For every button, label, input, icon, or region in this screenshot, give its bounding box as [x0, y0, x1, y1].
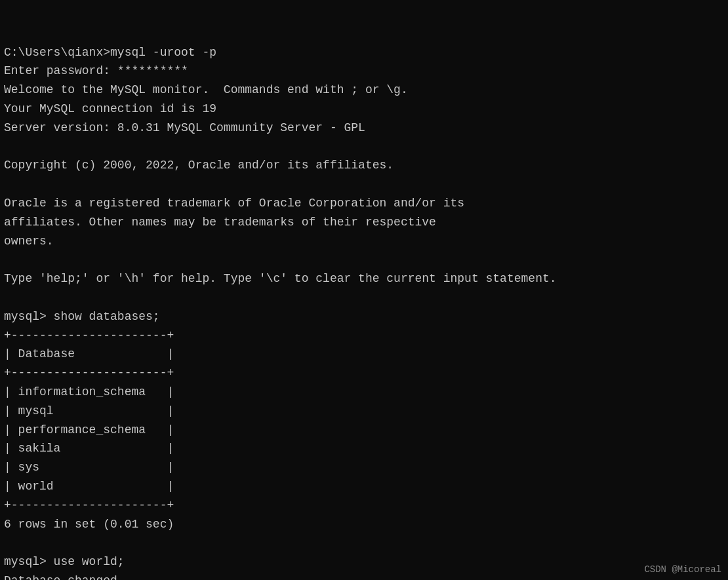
watermark: CSDN @Micoreal: [644, 564, 721, 575]
terminal-content: C:\Users\qianx>mysql -uroot -p Enter pas…: [4, 43, 724, 580]
terminal-window: C:\Users\qianx>mysql -uroot -p Enter pas…: [0, 0, 728, 580]
